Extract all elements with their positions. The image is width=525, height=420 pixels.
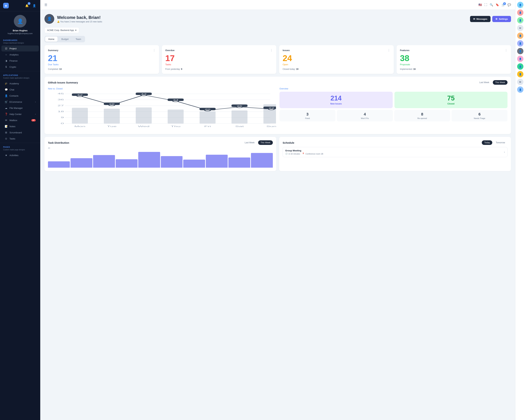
right-avatar-1[interactable]: 👤 [517,2,524,8]
task-dist-week-toggle: Last Week This Week [242,140,273,145]
pages-section-label: PAGES [0,144,40,149]
project-selector-label: ACME Corp. Backend App [47,29,74,31]
right-avatar-4[interactable]: 👤 [517,33,524,39]
analytics-icon: ○ [5,53,8,56]
schedule-today-button[interactable]: Today [482,140,492,145]
github-issues-title: Github Issues Summary [48,81,78,84]
sidebar-item-tasks[interactable]: ⊙ Tasks [1,136,39,141]
right-avatar-m2[interactable]: M [517,79,524,85]
right-avatar-9[interactable]: 👤 [517,71,524,77]
app-logo[interactable]: ◈ [3,3,9,8]
reopened-number: 8 [421,112,423,117]
bookmark-button[interactable]: 🔖 [496,3,499,7]
fullscreen-button[interactable]: ⛶ [484,3,487,7]
sidebar-item-scrumboard-label: Scrumboard [9,131,22,134]
right-avatar-5[interactable]: 👤 [517,40,524,47]
sidebar-item-analytics[interactable]: ○ Analytics [1,52,39,57]
status-indicator-3 [522,22,523,23]
github-last-week-button[interactable]: Last Week [477,80,492,85]
stat-card-summary-menu[interactable]: ⋮ [153,49,156,52]
stat-issues-footer-value: 19 [296,68,298,70]
sidebar-item-ecommerce[interactable]: 🛒 ECommerce › [1,99,39,105]
closed-label: Closed [448,103,454,105]
sidebar-item-project[interactable]: ☑ Project [1,46,39,51]
github-mini-stats: 3 Fixed 4 Won't Fix 8 Re-opened 6 [280,110,507,121]
sidebar-item-chat[interactable]: 💬 Chat [1,87,39,93]
sidebar-item-finance[interactable]: ◑ Finance [1,58,39,64]
github-overview-panel: Overview 214 New Issues 75 Closed [280,87,507,131]
task-dist-last-week-button[interactable]: Last Week [242,140,257,145]
right-avatar-7[interactable]: 👤 [517,56,524,62]
flag-icon[interactable]: 🇺🇸 [478,3,482,7]
sidebar-item-contacts[interactable]: 👤 Contacts [1,93,39,99]
tab-team[interactable]: Team [73,37,84,42]
schedule-header: Schedule Today Tomorrow [283,140,507,145]
svg-rect-13 [104,109,120,123]
stat-card-overdue-menu[interactable]: ⋮ [270,49,273,52]
sidebar-item-activities[interactable]: ★ Activities [1,152,39,158]
main-area: ☰ 🇺🇸 ⛶ 🔍 🔖 🛒 5 💬 👤 Welcome back, Brian! … [40,0,515,420]
menu-toggle-button[interactable]: ☰ [45,3,47,7]
sidebar-item-crypto[interactable]: $ Crypto [1,64,39,70]
mailbox-badge: 27 [31,119,36,121]
right-avatar-2[interactable]: 👤 [517,9,524,16]
search-button[interactable]: 🔍 [490,3,493,7]
right-avatar-10[interactable]: 👤 [517,86,524,93]
project-selector-dropdown[interactable]: ACME Corp. Backend App ▾ [45,27,79,33]
github-this-week-button[interactable]: This Week [493,80,507,85]
avatar-image-7: 👤 [519,57,522,60]
github-week-toggle: Last Week This Week [477,80,507,85]
avatar-image-5: 👤 [519,42,522,45]
sidebar-item-help-center[interactable]: ❓ Help Center › [1,111,39,117]
svg-text:27: 27 [57,105,64,107]
us-flag: 🇺🇸 [478,3,482,6]
tab-home[interactable]: Home [45,37,57,42]
right-avatar-3[interactable]: 👤 [517,17,524,23]
sidebar-item-scrumboard[interactable]: ⊞ Scrumboard [1,130,39,135]
stat-overdue-number: 17 [165,54,273,63]
stat-summary-label: Due Tasks [48,63,156,66]
fixed-mini-card: 3 Fixed [280,110,336,121]
svg-text:45: 45 [57,93,64,95]
stat-card-issues-menu[interactable]: ⋮ [387,49,390,52]
github-chart-wrap: 45 36 27 18 9 0 [48,92,276,131]
needs-triage-number: 6 [478,112,480,117]
fixed-label: Fixed [305,117,310,119]
stat-features-footer: Implemented: 16 [400,68,508,70]
wont-fix-number: 4 [364,112,366,117]
right-avatar-m1[interactable]: M [517,25,524,31]
stat-overdue-footer-value: 9 [181,68,182,70]
messages-button[interactable]: ✉ Messages [470,16,490,22]
stat-features-label: Proposals [400,63,508,66]
wont-fix-mini-card: 4 Won't Fix [337,110,393,121]
user-circle-button[interactable]: 👤 [31,3,37,8]
sidebar-item-crypto-label: Crypto [9,66,16,68]
user-email: hughes.brian@company.com [8,32,33,35]
schedule-tomorrow-button[interactable]: Tomorrow [493,140,507,145]
new-issues-card: 214 New Issues [280,92,393,108]
sidebar-item-academy[interactable]: 🎓 Academy [1,81,39,86]
task-dist-this-week-button[interactable]: This Week [258,140,273,145]
notification-bell-button[interactable]: 🔔 3 [24,3,30,8]
dashboards-section-label: DASHBOARDS [0,37,40,42]
tab-budget[interactable]: Budget [58,37,72,42]
sidebar-item-file-manager[interactable]: ☁ File Manager [1,105,39,111]
user-avatar: 👤 [14,15,27,28]
sidebar-item-mailbox[interactable]: ✉ Mailbox 27 [1,117,39,123]
sidebar-item-notes[interactable]: 📝 Notes [1,123,39,129]
needs-triage-mini-card: 6 Needs Triage [451,110,507,121]
settings-button[interactable]: ⚙ Settings [492,16,511,22]
cart-button[interactable]: 🛒 5 [502,3,505,7]
sidebar-item-academy-label: Academy [9,82,19,85]
message-button[interactable]: 💬 [507,3,511,7]
stat-overdue-label: Tasks [165,63,273,66]
activities-icon: ★ [5,154,8,157]
user-profile-section: 👤 Brian Hughes hughes.brian@company.com [0,11,40,37]
settings-button-label: Settings [499,18,508,20]
stat-card-overdue-header: Overdue ⋮ [165,49,273,52]
svg-rect-12 [72,108,88,123]
stat-card-features-menu[interactable]: ⋮ [505,49,507,52]
schedule-event-chevron-icon[interactable]: › [504,150,505,154]
right-avatar-6[interactable]: 👤 [517,48,524,54]
right-avatar-8[interactable]: 👤 [517,63,524,70]
